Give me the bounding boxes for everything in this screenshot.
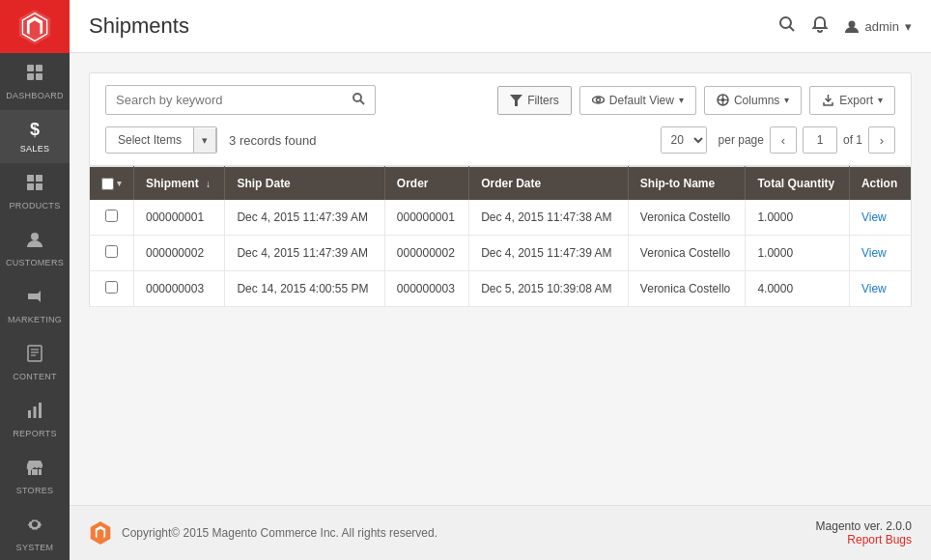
table-row: 000000002 Dec 4, 2015 11:47:39 AM 000000… [90, 236, 912, 271]
footer-copyright: Copyright© 2015 Magento Commerce Inc. Al… [122, 526, 437, 540]
select-all-checkbox[interactable] [101, 178, 114, 190]
svg-rect-0 [27, 65, 34, 71]
col-header-ship-date[interactable]: Ship Date [225, 167, 384, 201]
content-area: Filters Default View ▾ [70, 53, 931, 505]
marketing-icon [25, 287, 44, 311]
row-order-date-0: Dec 4, 2015 11:47:38 AM [469, 200, 629, 236]
dashboard-icon [25, 63, 44, 87]
user-name: admin [865, 19, 899, 34]
row-action-0[interactable]: View [849, 200, 911, 236]
export-icon [822, 94, 834, 106]
filter-buttons: Filters Default View ▾ [497, 86, 895, 115]
select-all-header[interactable]: ▾ [90, 167, 134, 201]
svg-rect-2 [27, 73, 34, 80]
row-checkbox-0[interactable] [105, 210, 118, 222]
col-header-order[interactable]: Order [384, 167, 468, 201]
col-header-order-date[interactable]: Order Date [469, 167, 629, 201]
svg-rect-5 [36, 175, 42, 182]
row-ship-to-name-1: Veronica Costello [628, 236, 746, 271]
export-button[interactable]: Export ▾ [809, 86, 895, 115]
row-checkbox-cell[interactable] [90, 200, 134, 236]
sidebar-item-sales-label: SALES [20, 144, 50, 154]
select-items-arrow[interactable]: ▾ [194, 128, 216, 153]
page-header: Shipments admin ▾ [70, 0, 931, 53]
records-count: 3 records found [229, 133, 316, 148]
svg-rect-14 [34, 406, 37, 418]
sidebar-item-customers-label: CUSTOMERS [6, 258, 64, 267]
records-label: records found [240, 133, 317, 148]
search-input[interactable] [116, 93, 352, 107]
page-input[interactable] [803, 126, 837, 154]
sidebar-item-content[interactable]: CONTENT [0, 334, 70, 391]
view-link-2[interactable]: View [861, 282, 887, 295]
default-view-arrow: ▾ [679, 95, 684, 105]
select-all-arrow[interactable]: ▾ [117, 179, 122, 188]
row-checkbox-1[interactable] [105, 245, 118, 258]
col-header-total-quantity[interactable]: Total Quantity [746, 167, 850, 201]
svg-rect-13 [28, 410, 31, 418]
sidebar-item-customers[interactable]: CUSTOMERS [0, 220, 70, 277]
select-items-control[interactable]: Select Items ▾ [105, 126, 217, 154]
page-of: of 1 [843, 133, 862, 147]
svg-rect-9 [28, 346, 42, 361]
select-items-label: Select Items [106, 127, 194, 153]
svg-rect-6 [27, 183, 34, 190]
per-page-dropdown[interactable]: 20 [662, 127, 706, 153]
per-page-select[interactable]: 20 [661, 126, 707, 154]
sidebar-item-system[interactable]: SYSTEM [0, 505, 70, 560]
next-page-button[interactable]: › [868, 126, 895, 154]
row-ship-date-2: Dec 14, 2015 4:00:55 PM [225, 271, 384, 307]
svg-point-26 [353, 94, 361, 101]
sidebar-item-sales[interactable]: $ SALES [0, 110, 70, 163]
row-shipment-2: 000000003 [134, 271, 225, 307]
stores-icon [25, 458, 44, 482]
row-action-1[interactable]: View [849, 236, 911, 271]
svg-point-25 [848, 21, 855, 28]
row-order-date-2: Dec 5, 2015 10:39:08 AM [469, 271, 629, 307]
sidebar-item-products[interactable]: PRODUCTS [0, 163, 70, 220]
columns-icon [717, 94, 729, 106]
row-order-0: 000000001 [384, 200, 468, 236]
row-checkbox-cell[interactable] [90, 236, 134, 271]
shipments-table: ▾ Shipment ↓ Ship Date Order Order Date [89, 166, 912, 307]
row-order-2: 000000003 [384, 271, 468, 307]
row-ship-date-1: Dec 4, 2015 11:47:39 AM [225, 236, 384, 271]
sidebar-item-dashboard[interactable]: DASHBOARD [0, 53, 70, 110]
search-submit-icon[interactable] [352, 92, 365, 108]
sidebar-item-stores[interactable]: STORES [0, 448, 70, 505]
notification-icon[interactable] [811, 15, 829, 38]
columns-arrow: ▾ [784, 95, 789, 105]
sidebar-item-products-label: PRODUCTS [10, 201, 61, 210]
view-link-0[interactable]: View [861, 210, 887, 224]
sidebar: DASHBOARD $ SALES PRODUCTS CUSTOMERS [0, 0, 70, 560]
view-link-1[interactable]: View [861, 246, 887, 260]
row-checkbox-cell[interactable] [90, 271, 134, 307]
main-area: Shipments admin ▾ [70, 0, 931, 560]
row-order-1: 000000002 [384, 236, 468, 271]
prev-page-button[interactable]: ‹ [770, 126, 797, 154]
report-bugs-link[interactable]: Report Bugs [847, 533, 912, 546]
user-dropdown-arrow: ▾ [905, 19, 912, 34]
row-action-2[interactable]: View [849, 271, 911, 307]
default-view-label: Default View [609, 94, 674, 107]
svg-rect-1 [36, 65, 42, 71]
svg-marker-28 [510, 95, 522, 106]
col-header-ship-to-name[interactable]: Ship-to Name [628, 167, 746, 201]
sidebar-item-marketing[interactable]: MARKETING [0, 277, 70, 334]
magento-footer-logo [89, 521, 112, 545]
col-header-shipment[interactable]: Shipment ↓ [134, 167, 225, 201]
search-box[interactable] [105, 85, 376, 115]
row-ship-to-name-2: Veronica Costello [628, 271, 746, 307]
system-icon [25, 515, 44, 539]
search-icon[interactable] [778, 15, 796, 38]
default-view-button[interactable]: Default View ▾ [579, 86, 696, 115]
sidebar-item-reports-label: REPORTS [13, 429, 56, 438]
col-header-action: Action [849, 167, 911, 201]
sidebar-item-reports[interactable]: REPORTS [0, 391, 70, 448]
row-order-date-1: Dec 4, 2015 11:47:39 AM [469, 236, 629, 271]
user-menu[interactable]: admin ▾ [844, 18, 912, 34]
records-number: 3 [229, 133, 236, 148]
columns-button[interactable]: Columns ▾ [704, 86, 802, 115]
filters-button[interactable]: Filters [497, 86, 572, 115]
row-checkbox-2[interactable] [105, 281, 118, 294]
